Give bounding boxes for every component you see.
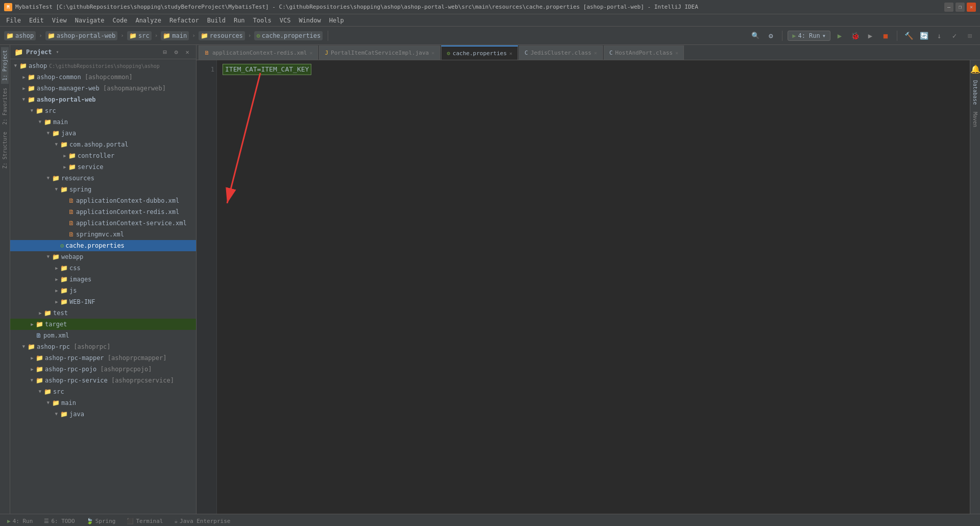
tree-item-rpc-service[interactable]: ▶ 📁 ashop-rpc-service [ashoprpcservice] (10, 375, 196, 386)
tree-item-test[interactable]: ▶ 📁 test (10, 307, 196, 319)
run-coverage-btn[interactable]: ▶ (864, 30, 876, 42)
tab-close-ac-redis[interactable]: ✕ (309, 50, 312, 56)
menu-analyze[interactable]: Analyze (131, 16, 165, 25)
class2-tab-icon: C (609, 50, 613, 56)
structure-tab[interactable]: Z: Structure (1, 129, 9, 172)
tree-item-webapp[interactable]: ▶ 📁 webapp (10, 251, 196, 262)
breadcrumb-main[interactable]: 📁 main (161, 31, 189, 40)
breadcrumb-resources[interactable]: 📁 resources (199, 31, 245, 40)
tree-label-rpc: ashop-rpc [ashoprpc] (37, 343, 111, 350)
menu-view[interactable]: View (48, 16, 71, 25)
breadcrumb-ashop[interactable]: 📁 ashop (4, 31, 36, 40)
tab-portal-impl[interactable]: J PortalItemCatServiceImpl.java ✕ (319, 45, 440, 60)
tree-item-pom[interactable]: ▶ 🗎 pom.xml (10, 330, 196, 341)
build-btn[interactable]: 🔨 (902, 30, 915, 42)
sync-btn[interactable]: 🔄 (918, 30, 930, 42)
menu-code[interactable]: Code (109, 16, 132, 25)
tab-close-cache[interactable]: ✕ (509, 51, 512, 56)
window-controls: — ❐ ✕ (944, 3, 976, 12)
tab-ac-redis[interactable]: 🗎 applicationContext-redis.xml ✕ (199, 45, 318, 60)
chevron-down-icon: ▾ (822, 32, 826, 39)
tree-item-ashop-common[interactable]: ▶ 📁 ashop-common [ashopcommon] (10, 71, 196, 83)
vcs-commit-btn[interactable]: ✓ (948, 30, 961, 42)
project-dropdown-icon[interactable]: ▾ (56, 49, 59, 55)
editor-content: 1 ITEM_CAT=ITEM_CAT_KEY (197, 60, 980, 514)
todo-tab[interactable]: ☰ 6: TODO (39, 516, 80, 526)
layout-btn[interactable]: ⊞ (964, 30, 976, 42)
vcs-update-btn[interactable]: ↓ (933, 30, 945, 42)
favorites-tab[interactable]: 2: Favorites (1, 85, 9, 128)
tree-item-java[interactable]: ▶ 📁 java (10, 128, 196, 139)
project-tab[interactable]: 1: Project (1, 47, 9, 84)
tree-item-rpc-main[interactable]: ▶ 📁 main (10, 397, 196, 409)
tree-item-resources[interactable]: ▶ 📁 resources (10, 173, 196, 184)
breadcrumb-cache[interactable]: ⚙ cache.properties (254, 31, 323, 40)
run-button[interactable]: ▶ (834, 30, 846, 42)
tree-item-css[interactable]: ▶ 📁 css (10, 262, 196, 274)
maven-tab[interactable]: Maven (971, 109, 979, 130)
tree-item-rpc-java[interactable]: ▶ 📁 java (10, 409, 196, 420)
breadcrumb-portal-web[interactable]: 📁 ashop-portal-web (45, 31, 118, 40)
tree-item-ac-service[interactable]: ▶ 🗎 applicationContext-service.xml (10, 218, 196, 229)
tree-item-ac-dubbo[interactable]: ▶ 🗎 applicationContext-dubbo.xml (10, 195, 196, 206)
tree-item-com-ashop-portal[interactable]: ▶ 📁 com.ashop.portal (10, 139, 196, 150)
tree-arrow-rpc-mapper: ▶ (29, 355, 36, 361)
tree-item-controller[interactable]: ▶ 📁 controller (10, 150, 196, 161)
maximize-button[interactable]: ❐ (955, 3, 965, 12)
tab-close-jedis[interactable]: ✕ (594, 50, 597, 56)
tree-item-spring[interactable]: ▶ 📁 spring (10, 184, 196, 195)
enterprise-tab[interactable]: ☕ Java Enterprise (169, 516, 235, 526)
menu-edit[interactable]: Edit (25, 16, 48, 25)
tab-jedis-cluster[interactable]: C JedisCluster.class ✕ (519, 45, 603, 60)
menu-tools[interactable]: Tools (249, 16, 276, 25)
database-tab[interactable]: Database (971, 77, 979, 108)
tab-hostandport[interactable]: C HostAndPort.class ✕ (604, 45, 684, 60)
breadcrumb-src[interactable]: 📁 src (127, 31, 152, 40)
tree-item-ac-redis[interactable]: ▶ 🗎 applicationContext-redis.xml (10, 206, 196, 218)
tree-item-service[interactable]: ▶ 📁 service (10, 161, 196, 173)
tree-item-rpc-mapper[interactable]: ▶ 📁 ashop-rpc-mapper [ashoprpcmapper] (10, 352, 196, 364)
notifications-tab[interactable]: 🔔 (969, 62, 981, 76)
tree-item-cache-properties[interactable]: ▶ ⚙ cache.properties (10, 240, 196, 251)
tree-item-src[interactable]: ▶ 📁 src (10, 105, 196, 116)
menu-vcs[interactable]: VCS (276, 16, 295, 25)
menu-file[interactable]: File (2, 16, 25, 25)
tree-item-webinf[interactable]: ▶ 📁 WEB-INF (10, 296, 196, 307)
tree-item-manager-web[interactable]: ▶ 📁 ashop-manager-web [ashopmanagerweb] (10, 83, 196, 94)
search-everywhere-btn[interactable]: 🔍 (749, 30, 762, 42)
run-bottom-tab[interactable]: ▶ 4: Run (2, 516, 38, 526)
tree-item-target[interactable]: ▶ 📁 target (10, 319, 196, 330)
tree-item-rpc-src[interactable]: ▶ 📁 src (10, 386, 196, 397)
menu-build[interactable]: Build (203, 16, 230, 25)
code-area[interactable]: ITEM_CAT=ITEM_CAT_KEY (217, 60, 970, 514)
run-config-selector[interactable]: ▶ 4: Run ▾ (788, 31, 830, 41)
tab-close-portal-impl[interactable]: ✕ (431, 50, 434, 56)
close-button[interactable]: ✕ (967, 3, 976, 12)
minimize-button[interactable]: — (944, 3, 953, 12)
tree-item-portal-web[interactable]: ▶ 📁 ashop-portal-web (10, 94, 196, 105)
close-panel-btn[interactable]: ✕ (183, 47, 192, 57)
tree-item-springmvc[interactable]: ▶ 🗎 springmvc.xml (10, 229, 196, 240)
collapse-all-btn[interactable]: ⊟ (160, 47, 169, 57)
debug-button[interactable]: 🐞 (849, 30, 861, 42)
tab-cache-properties[interactable]: ⚙ cache.properties ✕ (441, 45, 518, 60)
menu-help[interactable]: Help (325, 16, 348, 25)
tree-item-ashop-rpc[interactable]: ▶ 📁 ashop-rpc [ashoprpc] (10, 341, 196, 352)
spring-tab[interactable]: 🍃 Spring (81, 516, 121, 526)
tree-item-main[interactable]: ▶ 📁 main (10, 116, 196, 128)
menu-window[interactable]: Window (295, 16, 325, 25)
stop-button[interactable]: ■ (879, 30, 892, 42)
menu-navigate[interactable]: Navigate (71, 16, 109, 25)
menu-run[interactable]: Run (230, 16, 249, 25)
settings-btn[interactable]: ⚙ (765, 30, 777, 42)
tree-item-js[interactable]: ▶ 📁 js (10, 285, 196, 296)
tree-item-ashop[interactable]: ▶ 📁 ashop C:\githubRepositories\shopping… (10, 60, 196, 71)
xml-icon: 🗎 (68, 197, 75, 204)
show-options-btn[interactable]: ⚙ (172, 47, 181, 57)
terminal-tab[interactable]: ⬛ Terminal (121, 516, 168, 526)
tree-arrow-service: ▶ (61, 164, 68, 170)
tree-item-rpc-pojo[interactable]: ▶ 📁 ashop-rpc-pojo [ashoprpcpojo] (10, 364, 196, 375)
tree-item-images[interactable]: ▶ 📁 images (10, 274, 196, 285)
tab-close-hostandport[interactable]: ✕ (675, 50, 678, 56)
menu-refactor[interactable]: Refactor (165, 16, 203, 25)
